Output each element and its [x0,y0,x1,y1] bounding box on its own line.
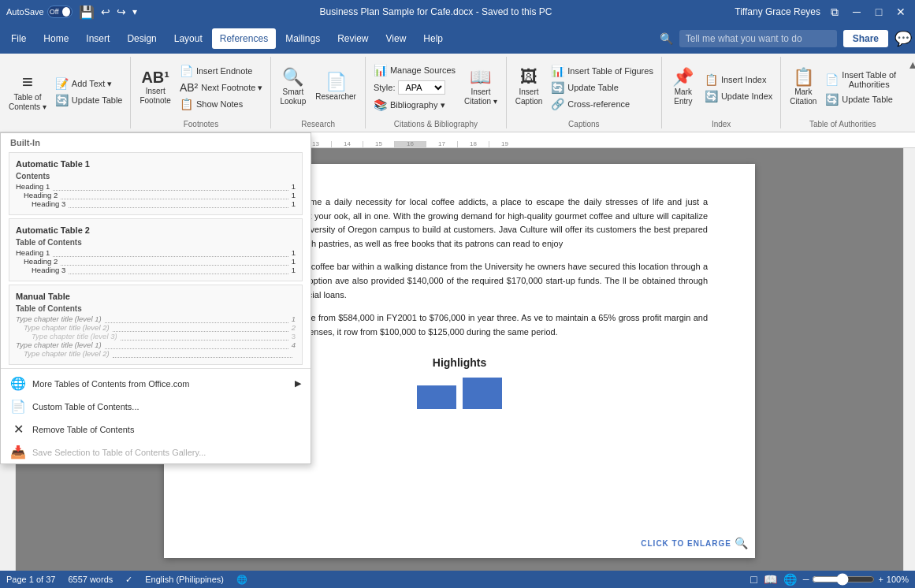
citation-icon: 📖 [470,69,491,86]
insert-citation-button[interactable]: 📖 InsertCitation ▾ [460,66,501,109]
remove-table-link[interactable]: ✕ Remove Table of Contents [1,418,311,441]
footnote-small-buttons: 📄 Insert Endnote AB² Next Footnote ▾ 📋 S… [177,63,266,112]
insert-footnote-button[interactable]: AB¹ InsertFootnote [136,67,174,108]
more-tables-link[interactable]: 🌐 More Tables of Contents from Office.co… [1,372,311,395]
cross-ref-icon: 🔗 [551,98,564,110]
maximize-button[interactable]: □ [871,4,887,20]
update-index-button[interactable]: 🔄 Update Index [701,88,776,104]
page-count: Page 1 of 37 [6,575,55,584]
footnotes-group-content: AB¹ InsertFootnote 📄 Insert Endnote AB² … [136,57,266,118]
toc2-h3-text: Heading 3 [32,266,65,274]
table-of-contents-group: ≡ Table ofContents ▾ 📝 Add Text ▾ 🔄 Upda… [0,57,131,128]
insert-table-of-figures-button[interactable]: 📊 Insert Table of Figures [548,63,656,79]
more-tables-icon: 🌐 [10,376,26,391]
toc-manual-title: Manual Table [16,292,296,301]
view-web-icon[interactable]: 🌐 [783,573,797,586]
custom-table-label: Custom Table of Contents... [32,402,139,411]
toc-manual[interactable]: Manual Table Table of Contents Type chap… [9,285,303,365]
footnote-label: InsertFootnote [139,87,170,106]
minimize-button[interactable]: ─ [849,4,865,20]
authorities-icon: 📄 [825,73,839,86]
authorities-label: Insert Table ofAuthorities [842,70,896,89]
arrow-icon: ▶ [295,378,301,389]
toc-m-h2: Type chapter title (level 2) 2 [16,323,296,332]
insert-caption-button[interactable]: 🖼 InsertCaption [511,66,546,109]
cross-reference-button[interactable]: 🔗 Cross-reference [548,96,656,112]
insert-endnote-button[interactable]: 📄 Insert Endnote [177,63,266,79]
style-label: Style: [374,83,396,92]
autosave-knob [62,7,70,17]
index-group-label: Index [712,118,731,128]
researcher-button[interactable]: 📄 Researcher [311,71,360,104]
style-select[interactable]: APA MLA Chicago [398,80,445,95]
update-table-captions-button[interactable]: 🔄 Update Table [548,80,656,95]
show-notes-icon: 📋 [180,98,193,110]
insert-authorities-button[interactable]: 📄 Insert Table ofAuthorities [822,69,899,91]
menu-insert[interactable]: Insert [78,28,117,49]
menu-view[interactable]: View [378,28,415,49]
zoom-out-icon[interactable]: ─ [803,575,809,584]
footnote-icon: AB¹ [141,69,169,85]
research-group-label: Research [301,118,335,128]
toc-m-h2b-dots [113,349,292,358]
menu-layout[interactable]: Layout [166,28,210,49]
close-button[interactable]: ✕ [893,4,909,20]
view-read-icon[interactable]: 📖 [764,573,777,586]
autosave-label: AutoSave [6,7,44,17]
update-table-button[interactable]: 🔄 Update Table [52,92,126,108]
undo-icon[interactable]: ↩ [101,6,110,18]
next-footnote-button[interactable]: AB² Next Footnote ▾ [177,80,266,95]
captions-small: 📊 Insert Table of Figures 🔄 Update Table… [548,63,656,112]
manage-sources-button[interactable]: 📊 Manage Sources [370,62,459,78]
zoom-slider[interactable] [812,573,875,586]
custom-table-link[interactable]: 📄 Custom Table of Contents... [1,395,311,418]
ruler-mark: 16 [394,141,426,147]
table-of-contents-button[interactable]: ≡ Table ofContents ▾ [5,70,50,114]
share-button[interactable]: Share [843,30,888,47]
menu-review[interactable]: Review [329,28,376,49]
caption-icon: 🖼 [520,69,537,86]
restore-button[interactable]: ⧉ [827,4,842,20]
click-to-enlarge[interactable]: CLICK TO ENLARGE 🔍 [641,535,749,552]
menu-home[interactable]: Home [35,28,76,49]
researcher-icon: 📄 [325,73,347,91]
add-text-button[interactable]: 📝 Add Text ▾ [52,76,126,91]
authorities-group: 📋 MarkCitation 📄 Insert Table ofAuthorit… [781,57,904,128]
toc-auto-2[interactable]: Automatic Table 2 Table of Contents Head… [9,218,303,281]
menu-design[interactable]: Design [119,28,164,49]
enlarge-icon: 🔍 [735,535,749,552]
view-normal-icon[interactable]: □ [750,573,757,586]
menu-references[interactable]: References [212,28,276,49]
mark-citation-button[interactable]: 📋 MarkCitation [786,66,820,109]
remove-table-label: Remove Table of Contents [32,425,134,434]
update-captions-label: Update Table [567,83,619,92]
add-text-label: Add Text ▾ [72,79,113,89]
mark-entry-button[interactable]: 📌 MarkEntry [667,66,700,109]
toc2-h1-num: 1 [292,248,296,257]
menu-mailings[interactable]: Mailings [277,28,328,49]
smart-lookup-button[interactable]: 🔍 SmartLookup [276,66,310,109]
language[interactable]: English (Philippines) [145,575,224,584]
toc-auto-1[interactable]: Automatic Table 1 Contents Heading 1 1 H… [9,152,303,215]
update-authorities-button[interactable]: 🔄 Update Table [822,91,899,107]
ribbon-content: ≡ Table ofContents ▾ 📝 Add Text ▾ 🔄 Upda… [0,54,915,132]
menu-file[interactable]: File [3,28,34,49]
save-icon[interactable]: 💾 [79,5,95,20]
collapse-ribbon-button[interactable]: ▲ [904,57,915,128]
accessibility-icon: ✓ [125,575,132,585]
citations-small: 📊 Manage Sources Style: APA MLA Chicago … [370,62,459,113]
comment-icon[interactable]: 💬 [895,30,912,47]
autosave-toggle[interactable]: Off [47,6,73,18]
bibliography-button[interactable]: 📚 Bibliography ▾ [370,97,459,113]
toc-m-h2b-text: Type chapter title (level 2) [24,349,110,358]
captions-group-label: Captions [568,118,599,128]
toc2-h3: Heading 3 1 [16,266,296,274]
menu-help[interactable]: Help [415,28,451,49]
insert-index-button[interactable]: 📋 Insert Index [701,72,776,87]
menu-bar: File Home Insert Design Layout Reference… [0,24,915,54]
search-input[interactable] [679,30,837,47]
show-notes-button[interactable]: 📋 Show Notes [177,96,266,112]
style-selector[interactable]: Style: APA MLA Chicago [370,79,459,96]
zoom-in-icon[interactable]: + [878,575,883,584]
redo-icon[interactable]: ↪ [117,6,126,18]
